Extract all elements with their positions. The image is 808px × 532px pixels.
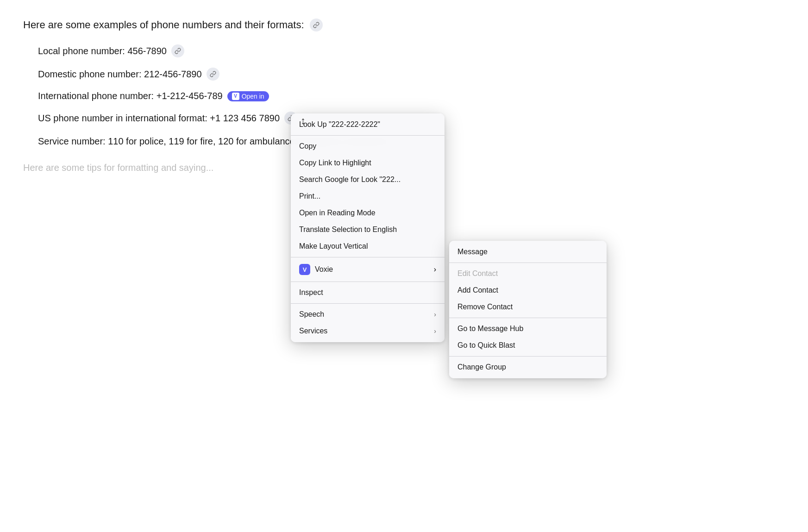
context-menu-item-reading-mode[interactable]: Open in Reading Mode	[291, 205, 445, 221]
voxie-menu-label: Voxie	[315, 265, 429, 274]
sub-menu-item-edit-contact: Edit Contact	[449, 265, 607, 282]
list-item: Domestic phone number: 212-456-7890	[38, 68, 468, 81]
context-menu-item-voxie[interactable]: V Voxie ›	[291, 260, 445, 279]
separator-2	[291, 257, 445, 257]
sub-menu-item-label-message: Message	[457, 248, 488, 256]
bullet-text-1: Local phone number: 456-7890	[38, 46, 167, 56]
separator-1	[291, 135, 445, 136]
context-menu-item-label-copy-link: Copy Link to Highlight	[299, 159, 371, 167]
speech-submenu-chevron: ›	[434, 311, 436, 318]
open-in-label: Open in	[242, 93, 264, 100]
sub-menu-item-message[interactable]: Message	[449, 244, 607, 260]
sub-menu-item-label-edit-contact: Edit Contact	[457, 269, 498, 278]
context-menu-item-layout-vertical[interactable]: Make Layout Vertical	[291, 238, 445, 255]
list-item: Local phone number: 456-7890	[38, 44, 468, 57]
context-menu-item-translate[interactable]: Translate Selection to English	[291, 221, 445, 238]
services-submenu-chevron: ›	[434, 327, 436, 335]
voxie-menu-icon: V	[299, 264, 310, 275]
context-menu-item-label-layout: Make Layout Vertical	[299, 242, 368, 250]
context-menu-item-speech[interactable]: Speech ›	[291, 306, 445, 323]
sub-separator-1	[449, 263, 607, 263]
sub-menu-item-label-remove-contact: Remove Contact	[457, 303, 513, 311]
context-menu-item-lookup[interactable]: Look Up "222-222-2222"	[291, 116, 445, 133]
context-menu-item-copy[interactable]: Copy	[291, 138, 445, 155]
separator-3	[291, 282, 445, 282]
context-menu-item-label-services: Services	[299, 327, 327, 335]
link-icon-2[interactable]	[207, 68, 219, 81]
context-menu-item-label-speech: Speech	[299, 310, 324, 319]
sub-menu-item-remove-contact[interactable]: Remove Contact	[449, 299, 607, 315]
context-menu-item-label-reading: Open in Reading Mode	[299, 209, 376, 217]
sub-menu-item-add-contact[interactable]: Add Contact	[449, 282, 607, 299]
context-menu-voxie-sub: Message Edit Contact Add Contact Remove …	[449, 241, 607, 378]
separator-4	[291, 303, 445, 304]
bullet-text-3: International phone number: +1-212-456-7…	[38, 91, 223, 101]
sub-separator-3	[449, 356, 607, 357]
voxie-v-icon: V	[232, 93, 239, 100]
sub-menu-item-label-change-group: Change Group	[457, 363, 506, 371]
context-menu-item-services[interactable]: Services ›	[291, 323, 445, 339]
context-menu-item-label-lookup: Look Up "222-222-2222"	[299, 120, 380, 129]
bullet-text-4: US phone number in international format:…	[38, 113, 280, 124]
context-menu-main: Look Up "222-222-2222" Copy Copy Link to…	[291, 113, 445, 342]
main-heading: Here are some examples of phone numbers …	[23, 19, 468, 31]
context-menu-item-label-search: Search Google for Look "222...	[299, 175, 401, 184]
open-in-badge[interactable]: V Open in	[227, 91, 269, 101]
context-menu-item-copy-link[interactable]: Copy Link to Highlight	[291, 155, 445, 171]
bullet-text-2: Domestic phone number: 212-456-7890	[38, 69, 202, 80]
sub-menu-item-go-message-hub[interactable]: Go to Message Hub	[449, 320, 607, 337]
context-menu-item-label-translate: Translate Selection to English	[299, 225, 397, 234]
sub-menu-item-label-add-contact: Add Contact	[457, 286, 498, 294]
list-item: International phone number: +1-212-456-7…	[38, 91, 468, 101]
sub-separator-2	[449, 318, 607, 318]
sub-menu-item-change-group[interactable]: Change Group	[449, 359, 607, 376]
heading-text: Here are some examples of phone numbers …	[23, 19, 304, 31]
context-menu-item-label-copy: Copy	[299, 142, 316, 150]
sub-menu-item-label-go-quick-blast: Go to Quick Blast	[457, 341, 515, 350]
context-menu-item-search-google[interactable]: Search Google for Look "222...	[291, 171, 445, 188]
context-menu-item-label-inspect: Inspect	[299, 288, 323, 297]
context-menu-item-print[interactable]: Print...	[291, 188, 445, 205]
context-menu-item-inspect[interactable]: Inspect	[291, 284, 445, 301]
sub-menu-item-label-go-message-hub: Go to Message Hub	[457, 325, 523, 333]
context-menu-item-label-print: Print...	[299, 192, 320, 200]
voxie-submenu-chevron: ›	[434, 265, 436, 274]
link-icon-1[interactable]	[171, 44, 184, 57]
heading-link-icon[interactable]	[310, 19, 323, 31]
sub-menu-item-go-quick-blast[interactable]: Go to Quick Blast	[449, 337, 607, 354]
